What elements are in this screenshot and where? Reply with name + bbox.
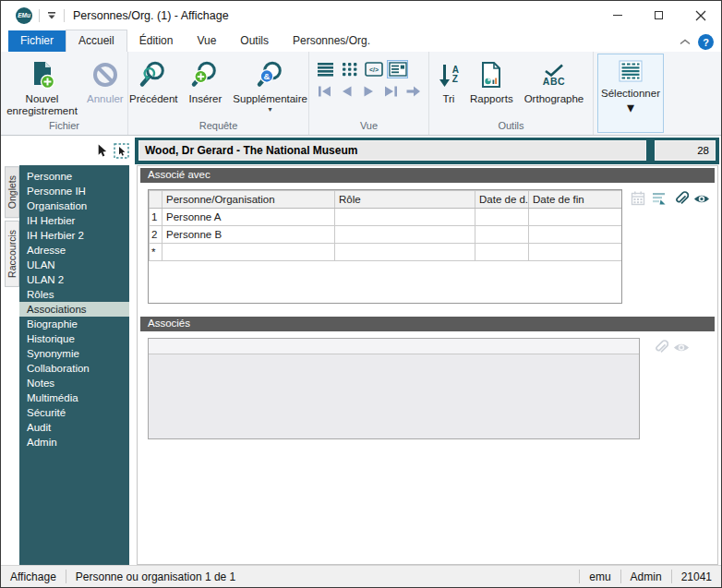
cell-date-end[interactable] bbox=[529, 226, 623, 244]
sidebar-item-synonymie[interactable]: Synonymie bbox=[19, 346, 129, 361]
view-attachment-button[interactable] bbox=[693, 190, 710, 207]
list-view-button[interactable] bbox=[315, 60, 336, 78]
additional-button[interactable]: & Supplémentaire ▾ bbox=[227, 54, 313, 115]
tab-accueil[interactable]: Accueil bbox=[66, 30, 127, 52]
sort-button[interactable]: AZ Tri bbox=[433, 54, 464, 107]
quick-access-dropdown-icon[interactable] bbox=[46, 11, 57, 20]
sidebar-item-audit[interactable]: Audit bbox=[19, 420, 129, 435]
cell-date-end[interactable] bbox=[529, 244, 623, 261]
sidebar-item-ih-herbier-2[interactable]: IH Herbier 2 bbox=[19, 228, 129, 243]
cancel-button[interactable]: Annuler bbox=[83, 54, 127, 107]
sidebar-item-personne-ih[interactable]: Personne IH bbox=[19, 184, 129, 198]
previous-record-button[interactable] bbox=[337, 83, 356, 99]
cell-person[interactable] bbox=[162, 244, 335, 261]
new-row-marker[interactable]: * bbox=[150, 244, 162, 261]
ribbon-group-selectionner: Sélectionner ▾ bbox=[594, 52, 668, 135]
col-header-role[interactable]: Rôle bbox=[335, 191, 475, 209]
svg-text:&: & bbox=[263, 71, 270, 81]
status-port: 21041 bbox=[672, 570, 721, 583]
paperclip-icon bbox=[672, 190, 689, 207]
details-view-button[interactable] bbox=[387, 60, 408, 78]
tab-vue[interactable]: Vue bbox=[185, 30, 228, 52]
col-header-personne-organisation[interactable]: Personne/Organisation bbox=[162, 191, 335, 209]
cell-role[interactable] bbox=[335, 226, 475, 244]
row-number[interactable]: 1 bbox=[150, 209, 162, 226]
col-header-date-fin[interactable]: Date de fin bbox=[529, 191, 623, 209]
ribbon-tab-bar: Fichier Accueil Édition Vue Outils Perso… bbox=[1, 30, 721, 52]
attach-button[interactable] bbox=[672, 190, 689, 207]
cell-person[interactable]: Personne A bbox=[162, 209, 335, 226]
tab-outils[interactable]: Outils bbox=[228, 30, 281, 52]
row-number[interactable]: 2 bbox=[150, 226, 162, 244]
tab-fichier[interactable]: Fichier bbox=[8, 30, 66, 52]
help-icon[interactable]: ? bbox=[698, 34, 714, 50]
select-pointer-icon[interactable] bbox=[114, 143, 129, 159]
next-record-button[interactable] bbox=[359, 83, 379, 99]
record-summary[interactable]: Wood, Dr Gerard - The National Museum bbox=[138, 140, 646, 161]
ribbon-group-fichier: Nouvel enregistrement Annuler Fichier bbox=[1, 52, 128, 135]
cell-role[interactable] bbox=[335, 209, 475, 226]
next-record-icon bbox=[362, 85, 376, 98]
sidebar-item-securite[interactable]: Sécurité bbox=[19, 405, 129, 420]
col-header-date-debut[interactable]: Date de d... bbox=[475, 191, 529, 209]
sidebar-item-biographie[interactable]: Biographie bbox=[19, 317, 129, 331]
cell-date-start[interactable] bbox=[475, 244, 529, 261]
contact-sheet-view-button[interactable] bbox=[339, 60, 360, 78]
emu-logo-icon[interactable]: EMu bbox=[16, 7, 32, 24]
cell-date-start[interactable] bbox=[475, 209, 529, 226]
record-count[interactable]: 28 bbox=[655, 140, 716, 161]
first-record-icon bbox=[317, 85, 332, 98]
tab-personnes-org[interactable]: Personnes/Org. bbox=[281, 30, 382, 52]
pointer-icon[interactable] bbox=[94, 143, 108, 159]
select-dropdown-caret: ▾ bbox=[627, 99, 634, 116]
sidebar-item-personne[interactable]: Personne bbox=[19, 169, 129, 184]
list-view-icon bbox=[317, 62, 334, 77]
previous-button[interactable]: Précédent bbox=[124, 54, 183, 107]
last-record-button[interactable] bbox=[381, 83, 401, 99]
sidebar-item-historique[interactable]: Historique bbox=[19, 331, 129, 346]
sidebar-item-associations[interactable]: Associations bbox=[19, 302, 129, 317]
main-body: Onglets Raccourcis Personne Personne IH … bbox=[1, 165, 721, 565]
ribbon-group-outils: AZ Tri Rappor bbox=[429, 52, 594, 135]
sidebar-item-organisation[interactable]: Organisation bbox=[19, 198, 129, 213]
select-icon bbox=[619, 60, 643, 82]
cell-role[interactable] bbox=[335, 244, 475, 261]
sidebar-item-multimedia[interactable]: Multimédia bbox=[19, 390, 129, 405]
close-button[interactable] bbox=[680, 1, 721, 30]
spelling-button[interactable]: ABC Orthographe bbox=[519, 54, 590, 107]
associated-with-grid[interactable]: Personne/Organisation Rôle Date de d... … bbox=[148, 189, 622, 304]
eye-icon bbox=[693, 193, 710, 205]
corner-cell[interactable] bbox=[150, 191, 162, 209]
cancel-icon bbox=[91, 58, 119, 91]
sidebar-item-admin[interactable]: Admin bbox=[19, 435, 129, 450]
tab-edition[interactable]: Édition bbox=[127, 30, 186, 52]
sidebar-item-notes[interactable]: Notes bbox=[19, 376, 129, 390]
goto-record-button[interactable] bbox=[403, 83, 423, 99]
select-button[interactable]: Sélectionner ▾ bbox=[597, 54, 664, 133]
associates-grid[interactable] bbox=[148, 338, 640, 439]
reports-button[interactable]: Rapports bbox=[464, 54, 519, 107]
sidebar-item-ih-herbier[interactable]: IH Herbier bbox=[19, 213, 129, 228]
first-record-button[interactable] bbox=[315, 83, 334, 99]
collapse-ribbon-icon[interactable] bbox=[680, 39, 691, 45]
new-record-button[interactable]: Nouvel enregistrement bbox=[1, 54, 83, 119]
sidebar-item-ulan[interactable]: ULAN bbox=[19, 258, 129, 272]
fill-down-button[interactable] bbox=[651, 190, 668, 207]
sidebar-item-collaboration[interactable]: Collaboration bbox=[19, 361, 129, 376]
reports-icon bbox=[480, 58, 502, 91]
xml-view-button[interactable]: </> bbox=[363, 60, 384, 78]
sidebar-item-adresse[interactable]: Adresse bbox=[19, 243, 129, 258]
paperclip-icon bbox=[652, 339, 668, 355]
sidebar-item-roles[interactable]: Rôles bbox=[19, 287, 129, 302]
cell-date-start[interactable] bbox=[475, 226, 529, 244]
table-row: 2 Personne B bbox=[150, 226, 623, 244]
tab-raccourcis[interactable]: Raccourcis bbox=[5, 221, 19, 287]
minimize-button[interactable] bbox=[596, 1, 638, 30]
insert-button[interactable]: Insérer bbox=[184, 54, 228, 107]
sidebar-item-ulan-2[interactable]: ULAN 2 bbox=[19, 272, 129, 287]
tab-onglets[interactable]: Onglets bbox=[5, 166, 19, 218]
maximize-button[interactable] bbox=[638, 1, 680, 30]
cell-date-end[interactable] bbox=[529, 209, 623, 226]
cell-person[interactable]: Personne B bbox=[162, 226, 335, 244]
date-grid-button-disabled bbox=[630, 190, 646, 207]
